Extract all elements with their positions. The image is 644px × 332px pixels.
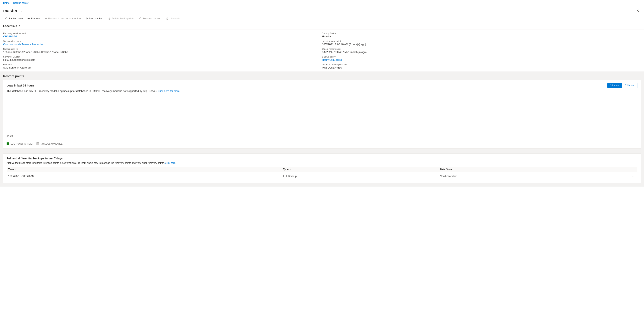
essentials-label-instance: Instance or AlwaysOn AG <box>322 63 641 66</box>
archive-notice: Archive feature to store long term reten… <box>6 161 638 164</box>
stop-backup-button[interactable]: ⊘ Stop backup <box>84 16 105 21</box>
full-differential-card: Full and differential backups in last 7 … <box>3 153 641 183</box>
essentials-item-subscription-id: Subscription ID 123abc-123abc-123abc-123… <box>3 48 322 54</box>
stop-backup-icon: ⊘ <box>86 17 88 20</box>
essentials-chevron-icon: ∧ <box>18 25 20 27</box>
restore-button[interactable]: ↩ Restore <box>26 16 42 21</box>
restore-label: Restore <box>31 17 40 20</box>
delete-backup-button[interactable]: 🗑 Delete backup data <box>106 16 136 21</box>
breadcrumb-backup-center[interactable]: Backup center <box>13 2 28 5</box>
logs-message-link[interactable]: Click here for more <box>158 89 180 92</box>
restore-secondary-label: Restore to secondary region <box>48 17 80 20</box>
essentials-label-backup-policy: Backup policy <box>322 56 641 58</box>
archive-notice-text: Archive feature to store long term reten… <box>6 161 164 164</box>
essentials-label-server: Server or Cluster <box>3 56 322 58</box>
backup-table: Time ↕ Type ↕ Data Store ↕ <box>6 167 638 180</box>
legend-no-logs-label: NO LOGS AVAILABLE <box>40 143 62 145</box>
restore-icon: ↩ <box>28 17 30 20</box>
time-toggle: 24 hours 72 hours <box>607 83 638 88</box>
restore-secondary-button[interactable]: ↩ Restore to secondary region <box>43 16 82 21</box>
col-actions <box>629 167 638 172</box>
legend-green-box <box>6 142 10 145</box>
essentials-value-subscription[interactable]: Contoso Hotels Tenant - Production <box>3 43 322 46</box>
essentials-value-backup-policy[interactable]: HourlyLogBackup <box>322 58 641 61</box>
legend-log-point-in-time: LOG (POINT IN TIME) <box>6 142 32 145</box>
restore-points-title: Restore points <box>3 74 641 78</box>
essentials-value-type: SQL Server in Azure VM <box>3 66 322 69</box>
backup-now-icon: ↺ <box>5 17 8 20</box>
essentials-value-server: sql00.na.contosohotels.com <box>3 58 322 61</box>
breadcrumb-home[interactable]: Home <box>3 2 10 5</box>
essentials-item-oldest-restore: Oldest restore point 9/8/2021, 7:00:40 A… <box>322 48 641 54</box>
essentials-item-backup-policy: Backup policy HourlyLogBackup <box>322 56 641 61</box>
essentials-left-col: Recovery services vault CH1-RV-Pri Subsc… <box>3 32 322 69</box>
col-time[interactable]: Time ↕ <box>6 167 282 172</box>
full-differential-title: Full and differential backups in last 7 … <box>6 157 638 160</box>
backup-now-button[interactable]: ↺ Backup now <box>3 16 25 21</box>
row-time: 10/8/2021, 7:00:40 AM <box>6 172 282 180</box>
timeline-legend: LOG (POINT IN TIME) NO LOGS AVAILABLE <box>6 141 638 145</box>
col-type[interactable]: Type ↕ <box>282 167 439 172</box>
essentials-item-instance: Instance or AlwaysOn AG MSSQLSERVER <box>322 63 641 69</box>
restore-secondary-icon: ↩ <box>45 17 47 20</box>
toolbar: ↺ Backup now ↩ Restore ↩ Restore to seco… <box>0 15 644 22</box>
timeline-label: 30 AM <box>6 134 638 138</box>
essentials-label-subscription: Subscription name <box>3 40 322 42</box>
essentials-title: Essentials <box>3 24 17 28</box>
essentials-item-subscription: Subscription name Contoso Hotels Tenant … <box>3 40 322 46</box>
logs-card-title-row: Logs in last 24 hours 24 hours 72 hours <box>6 83 638 88</box>
archive-link[interactable]: click here. <box>166 161 176 164</box>
delete-backup-icon: 🗑 <box>108 17 111 20</box>
header-more-button[interactable]: ... <box>20 9 24 13</box>
essentials-item-server: Server or Cluster sql00.na.contosohotels… <box>3 56 322 61</box>
logs-card-title: Logs in last 24 hours <box>6 84 34 87</box>
essentials-label-oldest-restore: Oldest restore point <box>322 48 641 50</box>
col-time-sort-icon: ↕ <box>15 169 16 171</box>
essentials-right-col: Backup Status Healthy Latest restore poi… <box>322 32 641 69</box>
backup-now-label: Backup now <box>8 17 23 20</box>
col-data-store[interactable]: Data Store ↕ <box>439 167 629 172</box>
logs-message: This database is in SIMPLE recovery mode… <box>6 89 638 92</box>
time-24h-button[interactable]: 24 hours <box>608 83 622 88</box>
resume-backup-button[interactable]: ↺ Resume backup <box>137 16 163 21</box>
essentials-header[interactable]: Essentials ∧ <box>0 22 644 30</box>
stop-backup-label: Stop backup <box>89 17 103 20</box>
legend-log-label: LOG (POINT IN TIME) <box>10 143 32 145</box>
col-data-store-sort-icon: ↕ <box>454 169 455 171</box>
row-more-button[interactable]: ... <box>631 174 636 178</box>
undelete-label: Undelete <box>170 17 180 20</box>
legend-no-logs: NO LOGS AVAILABLE <box>36 142 62 145</box>
close-button[interactable]: ✕ <box>634 8 641 14</box>
row-data-store: Vault-Standard <box>439 172 629 180</box>
essentials-item-type: Item type SQL Server in Azure VM <box>3 63 322 69</box>
essentials-value-latest-restore: 10/8/2021, 7:00:40 AM (3 hour(s) ago) <box>322 43 641 46</box>
restore-points-section: Restore points Logs in last 24 hours 24 … <box>0 72 644 153</box>
breadcrumb-sep1: > <box>11 2 12 4</box>
resume-backup-icon: ↺ <box>139 17 142 20</box>
logs-message-text: This database is in SIMPLE recovery mode… <box>6 89 157 92</box>
undelete-button[interactable]: 🗑 Undelete <box>164 16 182 21</box>
page-title: master <box>3 8 18 13</box>
essentials-label-vault: Recovery services vault <box>3 32 322 35</box>
logs-card: Logs in last 24 hours 24 hours 72 hours … <box>3 80 641 149</box>
page-header: master ... ✕ <box>0 6 644 15</box>
full-differential-section: Full and differential backups in last 7 … <box>0 153 644 187</box>
essentials-label-latest-restore: Latest restore point <box>322 40 641 42</box>
header-title-group: master ... <box>3 8 25 13</box>
undelete-icon: 🗑 <box>166 17 169 20</box>
essentials-value-vault[interactable]: CH1-RV-Pri <box>3 35 322 38</box>
row-type: Full Backup <box>282 172 439 180</box>
table-header-row: Time ↕ Type ↕ Data Store ↕ <box>6 167 638 172</box>
row-more-cell: ... <box>629 172 638 180</box>
breadcrumb: Home > Backup center > <box>0 0 644 6</box>
table-row: 10/8/2021, 7:00:40 AM Full Backup Vault-… <box>6 172 638 180</box>
essentials-item-vault: Recovery services vault CH1-RV-Pri <box>3 32 322 38</box>
essentials-label-subscription-id: Subscription ID <box>3 48 322 50</box>
col-type-sort-icon: ↕ <box>290 169 291 171</box>
time-72h-button[interactable]: 72 hours <box>622 83 637 88</box>
delete-backup-label: Delete backup data <box>112 17 134 20</box>
essentials-value-subscription-id: 123abc-123abc-123abc-123abc-123abc-123ab… <box>3 51 322 54</box>
essentials-value-oldest-restore: 9/8/2021, 7:00:40 AM (1 month(s) ago) <box>322 51 641 54</box>
essentials-body: Recovery services vault CH1-RV-Pri Subsc… <box>0 30 644 72</box>
essentials-label-backup-status: Backup Status <box>322 32 641 35</box>
